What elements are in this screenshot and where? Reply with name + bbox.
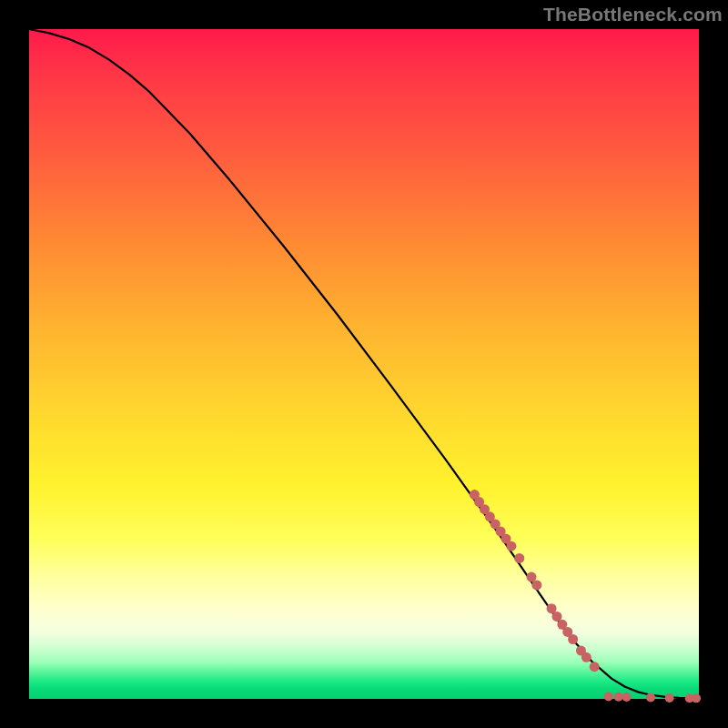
bottleneck-curve [29,29,699,699]
data-point [514,553,524,563]
highlighted-points-group [470,490,701,703]
data-point [531,580,541,590]
data-point [581,652,592,662]
data-point [604,692,613,701]
data-point [614,693,623,702]
data-point [692,693,701,703]
data-point [622,693,632,702]
plot-area [29,29,699,699]
data-point [506,541,516,551]
chart-overlay [29,29,699,699]
data-point [568,634,578,644]
data-point [646,693,655,703]
chart-frame: TheBottleneck.com [0,0,728,728]
data-point [590,662,600,672]
data-point [665,693,674,703]
watermark-text: TheBottleneck.com [543,4,723,25]
